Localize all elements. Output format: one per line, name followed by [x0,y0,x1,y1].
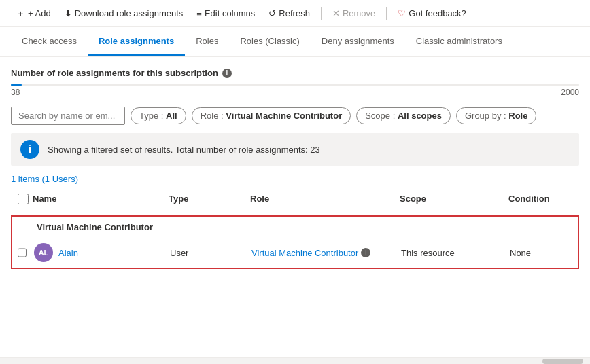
section-title-text: Number of role assignments for this subs… [11,68,218,78]
columns-icon: ≡ [196,8,202,18]
add-icon: ＋ [16,7,25,20]
banner-icon: i [20,140,39,159]
type-filter[interactable]: Type : All [131,107,186,124]
main-content: Number of role assignments for this subs… [0,57,590,280]
refresh-icon: ↺ [268,8,276,18]
header-role: Role [247,194,397,206]
tab-roles[interactable]: Roles [185,28,229,56]
items-count: 1 items (1 Users) [11,174,579,184]
toolbar-divider-2 [386,7,387,20]
header-type: Type [166,194,247,206]
scope-filter-label: Scope : [365,111,395,121]
heart-icon: ♡ [398,8,406,18]
feedback-label: Got feedback? [409,8,466,18]
progress-container: 38 2000 [11,84,579,97]
type-filter-value: All [166,111,177,121]
scope-cell: This resource [398,248,507,258]
toolbar: ＋ + Add ⬇ Download role assignments ≡ Ed… [0,0,590,27]
role-filter-label: Role : [201,111,224,121]
condition-cell: None [507,248,589,258]
row-checkbox[interactable] [18,247,27,258]
download-label: Download role assignments [75,8,184,18]
role-info-icon[interactable]: i [361,248,370,257]
refresh-label: Refresh [279,8,310,18]
role-cell: Virtual Machine Contributor i [249,248,398,258]
progress-max: 2000 [561,88,579,97]
search-input[interactable] [11,107,125,125]
groupby-filter-value: Role [508,111,527,121]
group-header-row: Virtual Machine Contributor [11,215,579,238]
info-icon[interactable]: i [222,69,232,78]
table-row: AL Alain User Virtual Machine Contributo… [11,238,579,269]
groupby-filter-label: Group by : [465,111,506,121]
toolbar-divider-1 [321,7,322,20]
scrollbar-thumb[interactable] [542,359,583,364]
remove-label: Remove [343,8,375,18]
scope-filter[interactable]: Scope : All scopes [356,107,451,124]
header-checkbox-col [11,194,30,206]
section-header: Number of role assignments for this subs… [11,68,579,78]
type-filter-label: Type : [139,111,163,121]
tab-classic-admins[interactable]: Classic administrators [405,28,513,56]
remove-icon: ✕ [332,8,340,18]
header-condition: Condition [506,194,587,206]
tab-role-assignments[interactable]: Role assignments [88,28,185,56]
edit-columns-button[interactable]: ≡ Edit columns [191,5,260,21]
progress-bar-fill [11,84,22,86]
group-name: Virtual Machine Contributor [37,222,153,232]
avatar: AL [34,243,53,262]
banner-text: Showing a filtered set of results. Total… [48,145,320,155]
remove-button[interactable]: ✕ Remove [327,5,381,21]
role-link[interactable]: Virtual Machine Contributor [251,248,358,258]
header-name: Name [30,194,166,206]
progress-bar-bg [11,84,579,86]
type-cell: User [167,248,249,258]
progress-labels: 38 2000 [11,88,579,97]
row-checkbox-cell [12,247,31,258]
add-button[interactable]: ＋ + Add [11,5,56,22]
add-label: + Add [28,8,51,18]
download-button[interactable]: ⬇ Download role assignments [59,5,189,21]
download-icon: ⬇ [65,8,72,18]
name-link[interactable]: Alain [58,248,78,258]
tab-deny-assignments[interactable]: Deny assignments [311,28,405,56]
scope-filter-value: All scopes [398,111,442,121]
tab-roles-classic[interactable]: Roles (Classic) [229,28,310,56]
progress-current: 38 [11,88,20,97]
select-all-checkbox[interactable] [18,194,29,204]
groupby-filter[interactable]: Group by : Role [456,107,537,124]
role-filter-value: Virtual Machine Contributor [226,111,342,121]
scrollbar-area [0,357,590,364]
tab-check-access[interactable]: Check access [11,28,88,56]
tabs-container: Check access Role assignments Roles Role… [0,27,590,57]
table-header: Name Type Role Scope Condition [11,189,579,211]
edit-columns-label: Edit columns [205,8,255,18]
name-cell: AL Alain [31,243,167,262]
role-filter[interactable]: Role : Virtual Machine Contributor [192,107,351,124]
refresh-button[interactable]: ↺ Refresh [263,5,315,21]
header-scope: Scope [397,194,506,206]
group-container: Virtual Machine Contributor AL Alain Use… [11,215,579,269]
filters-row: Type : All Role : Virtual Machine Contri… [11,107,579,125]
info-banner: i Showing a filtered set of results. Tot… [11,133,579,166]
feedback-button[interactable]: ♡ Got feedback? [392,5,472,21]
